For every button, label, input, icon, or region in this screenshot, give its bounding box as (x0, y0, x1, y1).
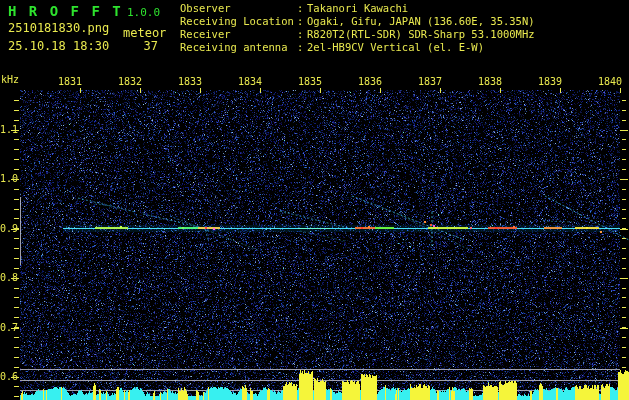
spectrogram-canvas (0, 0, 629, 400)
station-value: Ogaki, Gifu, JAPAN (136.60E, 35.35N) (307, 15, 535, 27)
separator: : (297, 15, 307, 27)
separator: : (297, 2, 307, 14)
x-axis-label: 1831 (58, 76, 82, 87)
app-version: 1.0.0 (127, 6, 160, 19)
station-label: Receiving antenna (180, 41, 297, 53)
station-row-antenna: Receiving antenna:2el-HB9CV Vertical (el… (180, 41, 484, 53)
y-axis-label: 1.0 (0, 173, 13, 184)
x-axis-label: 1835 (298, 76, 322, 87)
y-axis-label: 0.8 (0, 272, 13, 283)
station-row-observer: Observer:Takanori Kawachi (180, 2, 408, 14)
date-time-label: 25.10.18 18:30 (8, 39, 109, 53)
echo-count: 37 (136, 39, 158, 53)
x-axis-label: 1840 (598, 76, 622, 87)
station-value: 2el-HB9CV Vertical (el. E-W) (307, 41, 484, 53)
hrofft-window: H R O F F T 1.0.0 2510181830.png meteor … (0, 0, 629, 400)
mode-label: meteor (123, 26, 166, 40)
x-axis-label: 1834 (238, 76, 262, 87)
app-title: H R O F F T (8, 3, 123, 19)
output-filename: 2510181830.png (8, 21, 109, 35)
x-axis-label: 1837 (418, 76, 442, 87)
station-label: Receiving Location (180, 15, 297, 27)
x-axis-label: 1832 (118, 76, 142, 87)
station-row-receiver: Receiver:R820T2(RTL-SDR) SDR-Sharp 53.10… (180, 28, 535, 40)
station-label: Receiver (180, 28, 297, 40)
y-axis-label: 0.9 (0, 223, 13, 234)
y-axis-label: 1.1 (0, 124, 13, 135)
x-axis-label: 1839 (538, 76, 562, 87)
station-value: R820T2(RTL-SDR) SDR-Sharp 53.1000MHz (307, 28, 535, 40)
station-row-location: Receiving Location:Ogaki, Gifu, JAPAN (1… (180, 15, 535, 27)
station-value: Takanori Kawachi (307, 2, 408, 14)
y-axis-label: 0.7 (0, 322, 13, 333)
x-axis-label: 1836 (358, 76, 382, 87)
separator: : (297, 41, 307, 53)
station-label: Observer (180, 2, 297, 14)
separator: : (297, 28, 307, 40)
x-axis-label: 1833 (178, 76, 202, 87)
y-axis-unit-label: kHz (1, 74, 19, 85)
x-axis-label: 1838 (478, 76, 502, 87)
y-axis-label: 0.6 (0, 371, 13, 382)
